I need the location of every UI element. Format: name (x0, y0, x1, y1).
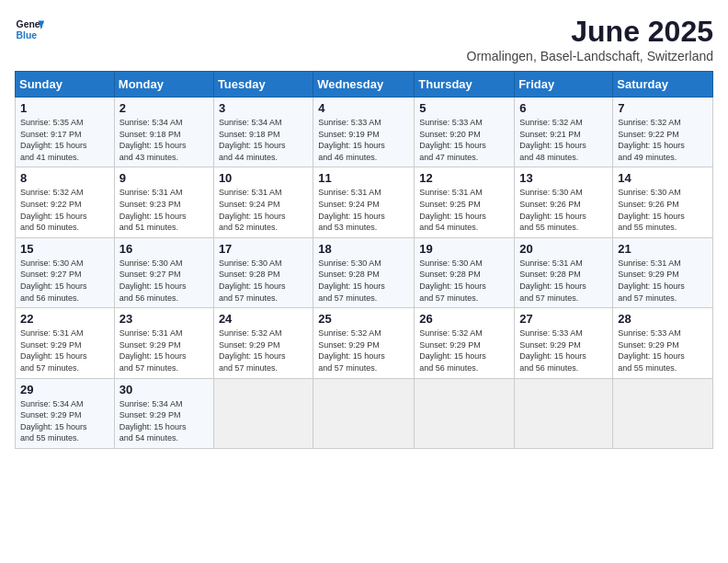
table-row: 28Sunrise: 5:33 AMSunset: 9:29 PMDayligh… (613, 308, 713, 378)
day-number: 6 (519, 101, 608, 115)
table-row: 26Sunrise: 5:32 AMSunset: 9:29 PMDayligh… (415, 308, 515, 378)
day-number: 24 (219, 312, 308, 326)
day-info: Sunrise: 5:30 AMSunset: 9:27 PMDaylight:… (20, 258, 109, 304)
calendar-week-row: 29Sunrise: 5:34 AMSunset: 9:29 PMDayligh… (16, 378, 713, 448)
day-number: 11 (318, 171, 409, 185)
day-info: Sunrise: 5:34 AMSunset: 9:18 PMDaylight:… (119, 117, 209, 163)
calendar-table: Sunday Monday Tuesday Wednesday Thursday… (15, 71, 713, 449)
day-info: Sunrise: 5:35 AMSunset: 9:17 PMDaylight:… (20, 117, 109, 163)
day-info: Sunrise: 5:30 AMSunset: 9:26 PMDaylight:… (519, 187, 608, 233)
day-info: Sunrise: 5:30 AMSunset: 9:28 PMDaylight:… (318, 258, 409, 304)
day-info: Sunrise: 5:33 AMSunset: 9:20 PMDaylight:… (419, 117, 509, 163)
day-info: Sunrise: 5:31 AMSunset: 9:29 PMDaylight:… (20, 327, 109, 373)
header-thursday: Thursday (415, 72, 515, 98)
day-info: Sunrise: 5:31 AMSunset: 9:24 PMDaylight:… (219, 187, 308, 233)
day-info: Sunrise: 5:32 AMSunset: 9:29 PMDaylight:… (318, 327, 409, 373)
day-number: 4 (318, 101, 409, 115)
day-info: Sunrise: 5:31 AMSunset: 9:28 PMDaylight:… (519, 258, 608, 304)
table-row: 23Sunrise: 5:31 AMSunset: 9:29 PMDayligh… (114, 308, 213, 378)
table-row: 5Sunrise: 5:33 AMSunset: 9:20 PMDaylight… (415, 98, 515, 167)
table-row: 3Sunrise: 5:34 AMSunset: 9:18 PMDaylight… (213, 98, 313, 167)
table-row: 30Sunrise: 5:34 AMSunset: 9:29 PMDayligh… (114, 378, 213, 448)
weekday-header-row: Sunday Monday Tuesday Wednesday Thursday… (16, 72, 713, 98)
day-info: Sunrise: 5:32 AMSunset: 9:29 PMDaylight:… (219, 327, 308, 373)
day-info: Sunrise: 5:32 AMSunset: 9:22 PMDaylight:… (618, 117, 708, 163)
day-info: Sunrise: 5:32 AMSunset: 9:21 PMDaylight:… (519, 117, 608, 163)
day-info: Sunrise: 5:33 AMSunset: 9:19 PMDaylight:… (318, 117, 409, 163)
day-info: Sunrise: 5:31 AMSunset: 9:29 PMDaylight:… (618, 258, 708, 304)
table-row: 19Sunrise: 5:30 AMSunset: 9:28 PMDayligh… (415, 237, 515, 307)
table-row: 6Sunrise: 5:32 AMSunset: 9:21 PMDaylight… (515, 98, 613, 167)
day-number: 10 (219, 171, 308, 185)
day-info: Sunrise: 5:34 AMSunset: 9:29 PMDaylight:… (119, 398, 209, 444)
day-number: 12 (419, 171, 509, 185)
table-row: 20Sunrise: 5:31 AMSunset: 9:28 PMDayligh… (515, 237, 613, 307)
table-row: 22Sunrise: 5:31 AMSunset: 9:29 PMDayligh… (16, 308, 115, 378)
table-row (213, 378, 313, 448)
table-row: 18Sunrise: 5:30 AMSunset: 9:28 PMDayligh… (313, 237, 415, 307)
table-row: 29Sunrise: 5:34 AMSunset: 9:29 PMDayligh… (16, 378, 115, 448)
logo: General Blue (15, 15, 44, 44)
table-row: 17Sunrise: 5:30 AMSunset: 9:28 PMDayligh… (213, 237, 313, 307)
day-info: Sunrise: 5:30 AMSunset: 9:27 PMDaylight:… (119, 258, 209, 304)
day-number: 8 (20, 171, 109, 185)
day-info: Sunrise: 5:30 AMSunset: 9:28 PMDaylight:… (219, 258, 308, 304)
day-number: 29 (20, 383, 109, 396)
day-number: 7 (618, 101, 708, 115)
day-info: Sunrise: 5:33 AMSunset: 9:29 PMDaylight:… (519, 327, 608, 373)
title-block: June 2025 Ormalingen, Basel-Landschaft, … (467, 15, 713, 63)
day-info: Sunrise: 5:31 AMSunset: 9:25 PMDaylight:… (419, 187, 509, 233)
table-row: 11Sunrise: 5:31 AMSunset: 9:24 PMDayligh… (313, 167, 415, 237)
calendar-week-row: 1Sunrise: 5:35 AMSunset: 9:17 PMDaylight… (16, 98, 713, 167)
day-number: 16 (119, 242, 209, 256)
day-number: 23 (119, 312, 209, 326)
day-info: Sunrise: 5:32 AMSunset: 9:22 PMDaylight:… (20, 187, 109, 233)
calendar-title: June 2025 (467, 15, 713, 49)
table-row (313, 378, 415, 448)
day-number: 15 (20, 242, 109, 256)
header-saturday: Saturday (613, 72, 713, 98)
header-wednesday: Wednesday (313, 72, 415, 98)
table-row: 1Sunrise: 5:35 AMSunset: 9:17 PMDaylight… (16, 98, 115, 167)
table-row: 9Sunrise: 5:31 AMSunset: 9:23 PMDaylight… (114, 167, 213, 237)
svg-text:Blue: Blue (17, 30, 38, 40)
table-row: 14Sunrise: 5:30 AMSunset: 9:26 PMDayligh… (613, 167, 713, 237)
day-number: 13 (519, 171, 608, 185)
day-info: Sunrise: 5:34 AMSunset: 9:18 PMDaylight:… (219, 117, 308, 163)
day-number: 14 (618, 171, 708, 185)
calendar-week-row: 8Sunrise: 5:32 AMSunset: 9:22 PMDaylight… (16, 167, 713, 237)
header-tuesday: Tuesday (213, 72, 313, 98)
day-number: 3 (219, 101, 308, 115)
day-number: 28 (618, 312, 708, 326)
table-row: 25Sunrise: 5:32 AMSunset: 9:29 PMDayligh… (313, 308, 415, 378)
day-number: 26 (419, 312, 509, 326)
day-number: 20 (519, 242, 608, 256)
day-info: Sunrise: 5:30 AMSunset: 9:28 PMDaylight:… (419, 258, 509, 304)
day-number: 1 (20, 101, 109, 115)
header-friday: Friday (515, 72, 613, 98)
table-row: 12Sunrise: 5:31 AMSunset: 9:25 PMDayligh… (415, 167, 515, 237)
table-row: 21Sunrise: 5:31 AMSunset: 9:29 PMDayligh… (613, 237, 713, 307)
day-number: 9 (119, 171, 209, 185)
day-number: 2 (119, 101, 209, 115)
day-number: 27 (519, 312, 608, 326)
logo-icon: General Blue (15, 15, 44, 44)
calendar-week-row: 15Sunrise: 5:30 AMSunset: 9:27 PMDayligh… (16, 237, 713, 307)
table-row: 4Sunrise: 5:33 AMSunset: 9:19 PMDaylight… (313, 98, 415, 167)
table-row (613, 378, 713, 448)
day-info: Sunrise: 5:31 AMSunset: 9:29 PMDaylight:… (119, 327, 209, 373)
calendar-week-row: 22Sunrise: 5:31 AMSunset: 9:29 PMDayligh… (16, 308, 713, 378)
day-info: Sunrise: 5:31 AMSunset: 9:23 PMDaylight:… (119, 187, 209, 233)
table-row: 10Sunrise: 5:31 AMSunset: 9:24 PMDayligh… (213, 167, 313, 237)
day-number: 5 (419, 101, 509, 115)
table-row: 7Sunrise: 5:32 AMSunset: 9:22 PMDaylight… (613, 98, 713, 167)
day-number: 18 (318, 242, 409, 256)
day-number: 25 (318, 312, 409, 326)
table-row: 15Sunrise: 5:30 AMSunset: 9:27 PMDayligh… (16, 237, 115, 307)
table-row: 27Sunrise: 5:33 AMSunset: 9:29 PMDayligh… (515, 308, 613, 378)
day-number: 17 (219, 242, 308, 256)
page-header: General Blue June 2025 Ormalingen, Basel… (15, 15, 713, 63)
day-number: 19 (419, 242, 509, 256)
day-info: Sunrise: 5:32 AMSunset: 9:29 PMDaylight:… (419, 327, 509, 373)
header-sunday: Sunday (16, 72, 115, 98)
